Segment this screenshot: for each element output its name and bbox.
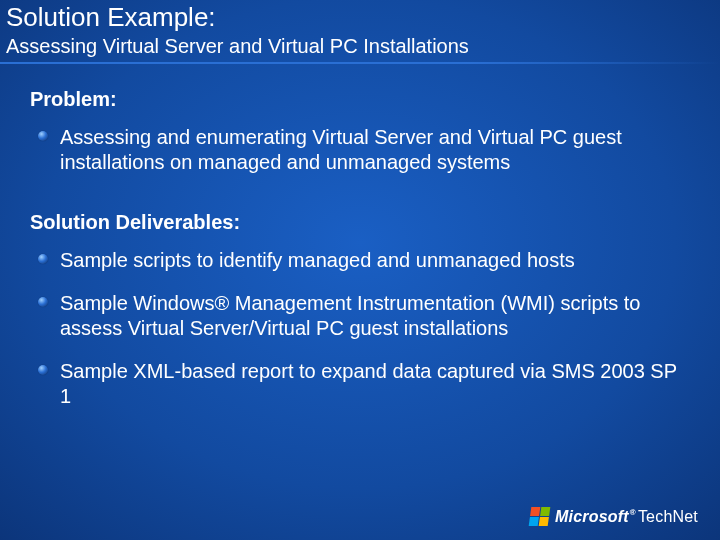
brand-sub: TechNet <box>638 508 698 525</box>
list-item: Assessing and enumerating Virtual Server… <box>36 125 690 175</box>
microsoft-flag-icon <box>529 507 551 526</box>
list-item: Sample Windows® Management Instrumentati… <box>36 291 690 341</box>
footer-brand-text: Microsoft®TechNet <box>555 508 698 526</box>
content-area: Problem: Assessing and enumerating Virtu… <box>30 88 690 427</box>
slide-title: Solution Example: <box>6 2 216 33</box>
trademark-icon: ® <box>630 508 636 517</box>
divider <box>0 62 720 64</box>
slide-subtitle: Assessing Virtual Server and Virtual PC … <box>6 35 469 58</box>
bullet-list-deliverables: Sample scripts to identify managed and u… <box>36 248 690 409</box>
footer-logo: Microsoft®TechNet <box>530 507 698 526</box>
slide: Solution Example: Assessing Virtual Serv… <box>0 0 720 540</box>
bullet-list-problem: Assessing and enumerating Virtual Server… <box>36 125 690 175</box>
brand-name: Microsoft <box>555 508 629 525</box>
list-item: Sample XML-based report to expand data c… <box>36 359 690 409</box>
list-item: Sample scripts to identify managed and u… <box>36 248 690 273</box>
section-heading-deliverables: Solution Deliverables: <box>30 211 690 234</box>
section-heading-problem: Problem: <box>30 88 690 111</box>
